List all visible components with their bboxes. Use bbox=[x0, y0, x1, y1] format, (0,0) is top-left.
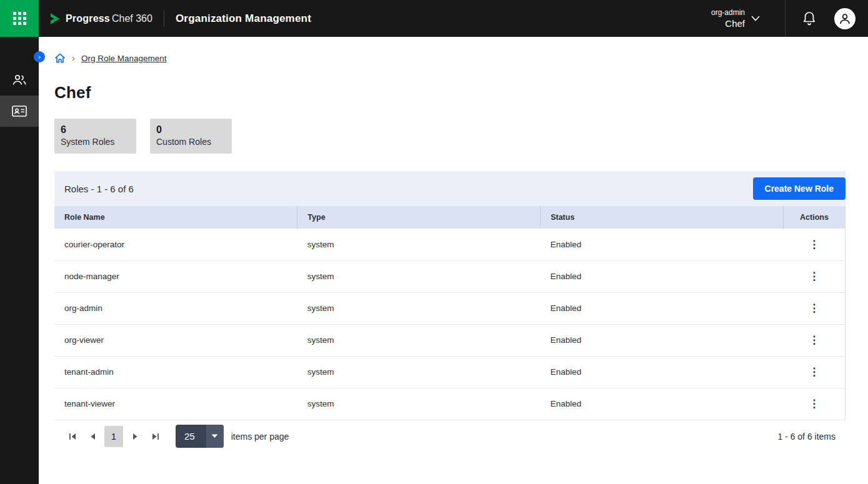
org-switcher[interactable]: org-admin Chef bbox=[711, 7, 760, 29]
custom-roles-count: 0 bbox=[156, 124, 222, 136]
roles-table: Role Name Type Status Actions courier-op… bbox=[54, 206, 846, 420]
column-header-type: Type bbox=[297, 206, 541, 229]
user-icon bbox=[838, 12, 852, 26]
roles-table-body: courier-operatorsystemEnabled⋮node-manag… bbox=[54, 229, 846, 420]
current-page-indicator[interactable]: 1 bbox=[104, 426, 123, 447]
roles-table-section: Roles - 1 - 6 of 6 Create New Role Role … bbox=[54, 171, 846, 453]
system-roles-count: 6 bbox=[61, 124, 126, 136]
org-role-label: org-admin bbox=[711, 7, 745, 17]
row-actions-menu-icon[interactable]: ⋮ bbox=[802, 235, 826, 254]
row-actions-menu-icon[interactable]: ⋮ bbox=[802, 331, 826, 349]
org-name-label: Chef bbox=[725, 17, 745, 29]
role-badge-icon bbox=[11, 104, 27, 118]
stats-row: 6 System Roles 0 Custom Roles bbox=[54, 119, 846, 154]
role-status-cell: Enabled bbox=[541, 260, 784, 292]
previous-page-icon bbox=[90, 433, 96, 440]
roles-table-toolbar: Roles - 1 - 6 of 6 Create New Role bbox=[54, 171, 846, 206]
row-actions-cell: ⋮ bbox=[784, 356, 846, 388]
table-row: node-managersystemEnabled⋮ bbox=[54, 260, 846, 292]
row-actions-cell: ⋮ bbox=[784, 292, 846, 324]
items-per-page-label: items per page bbox=[231, 432, 289, 442]
app-title: Organization Management bbox=[176, 12, 311, 25]
users-icon bbox=[12, 73, 27, 87]
role-name-cell: org-admin bbox=[54, 292, 297, 324]
role-name-cell: tenant-viewer bbox=[54, 388, 297, 420]
bell-icon bbox=[802, 11, 816, 26]
header-right: org-admin Chef bbox=[711, 0, 868, 37]
app-header: Progress Chef 360 Organization Managemen… bbox=[0, 0, 868, 37]
page: Progress Chef 360 Organization Managemen… bbox=[0, 0, 868, 484]
page-size-select[interactable]: 25 bbox=[176, 425, 224, 448]
table-row: org-adminsystemEnabled⋮ bbox=[54, 292, 846, 324]
column-header-status: Status bbox=[541, 206, 784, 229]
row-actions-cell: ⋮ bbox=[784, 388, 846, 420]
breadcrumb-separator-icon: › bbox=[72, 52, 75, 63]
main-content: › Org Role Management Chef 6 System Role… bbox=[39, 37, 868, 484]
column-header-actions: Actions bbox=[784, 206, 846, 229]
previous-page-button[interactable] bbox=[84, 427, 101, 446]
progress-chevron-icon bbox=[49, 12, 61, 25]
brand-secondary-text: Chef 360 bbox=[112, 13, 152, 24]
next-page-icon bbox=[132, 433, 138, 440]
system-roles-label: System Roles bbox=[61, 137, 126, 147]
next-page-button[interactable] bbox=[127, 427, 143, 446]
row-actions-menu-icon[interactable]: ⋮ bbox=[802, 299, 826, 317]
brand-logo: Progress Chef 360 bbox=[49, 12, 152, 25]
role-status-cell: Enabled bbox=[541, 388, 784, 420]
role-type-cell: system bbox=[297, 324, 541, 356]
last-page-button[interactable] bbox=[147, 427, 163, 446]
pagination-range-label: 1 - 6 of 6 items bbox=[777, 432, 844, 442]
table-row: courier-operatorsystemEnabled⋮ bbox=[54, 229, 846, 260]
app-launcher-button[interactable] bbox=[0, 0, 39, 37]
sidebar-item-users[interactable] bbox=[0, 64, 39, 96]
stat-card-system-roles: 6 System Roles bbox=[54, 119, 136, 154]
role-name-cell: org-viewer bbox=[54, 324, 297, 356]
last-page-icon bbox=[151, 433, 159, 440]
app-grid-icon bbox=[13, 12, 26, 25]
row-actions-menu-icon[interactable]: ⋮ bbox=[802, 267, 826, 285]
first-page-icon bbox=[69, 433, 77, 440]
pagination-bar: 1 25 item bbox=[54, 420, 846, 453]
org-texts: org-admin Chef bbox=[711, 7, 745, 29]
custom-roles-label: Custom Roles bbox=[156, 137, 222, 147]
brand-primary-text: Progress bbox=[66, 13, 110, 24]
row-actions-menu-icon[interactable]: ⋮ bbox=[802, 363, 826, 381]
sidebar-item-org-roles[interactable] bbox=[0, 96, 39, 127]
column-header-role-name: Role Name bbox=[54, 206, 297, 229]
breadcrumb: › Org Role Management bbox=[54, 52, 846, 64]
row-actions-cell: ⋮ bbox=[784, 229, 846, 260]
breadcrumb-link-org-role-management[interactable]: Org Role Management bbox=[81, 54, 167, 63]
role-status-cell: Enabled bbox=[541, 292, 784, 324]
table-row: org-viewersystemEnabled⋮ bbox=[54, 324, 846, 356]
stat-card-custom-roles: 0 Custom Roles bbox=[150, 119, 232, 154]
roles-table-title: Roles - 1 - 6 of 6 bbox=[64, 184, 134, 194]
table-row: tenant-viewersystemEnabled⋮ bbox=[54, 388, 846, 420]
role-status-cell: Enabled bbox=[541, 229, 784, 260]
table-row: tenant-adminsystemEnabled⋮ bbox=[54, 356, 846, 388]
role-type-cell: system bbox=[297, 229, 541, 260]
role-name-cell: courier-operator bbox=[54, 229, 297, 260]
role-type-cell: system bbox=[297, 356, 541, 388]
breadcrumb-home-button[interactable] bbox=[54, 52, 66, 64]
sidebar: › bbox=[0, 37, 39, 484]
page-size-dropdown-arrow-icon bbox=[206, 425, 224, 448]
home-icon bbox=[54, 52, 66, 64]
row-actions-cell: ⋮ bbox=[784, 324, 846, 356]
row-actions-cell: ⋮ bbox=[784, 260, 846, 292]
table-header-row: Role Name Type Status Actions bbox=[54, 206, 846, 229]
header-divider bbox=[164, 11, 164, 27]
chevron-down-icon bbox=[751, 16, 760, 21]
role-type-cell: system bbox=[297, 260, 541, 292]
first-page-button[interactable] bbox=[64, 427, 81, 446]
row-actions-menu-icon[interactable]: ⋮ bbox=[802, 395, 826, 413]
sidebar-expand-button[interactable]: › bbox=[34, 51, 45, 62]
sidebar-toggle-chevron-icon: › bbox=[38, 53, 41, 61]
create-new-role-button[interactable]: Create New Role bbox=[753, 177, 846, 200]
role-status-cell: Enabled bbox=[541, 324, 784, 356]
role-type-cell: system bbox=[297, 292, 541, 324]
notifications-button[interactable] bbox=[786, 0, 833, 37]
role-name-cell: tenant-admin bbox=[54, 356, 297, 388]
role-status-cell: Enabled bbox=[541, 356, 784, 388]
page-title: Chef bbox=[54, 83, 846, 102]
user-avatar-button[interactable] bbox=[834, 8, 856, 29]
